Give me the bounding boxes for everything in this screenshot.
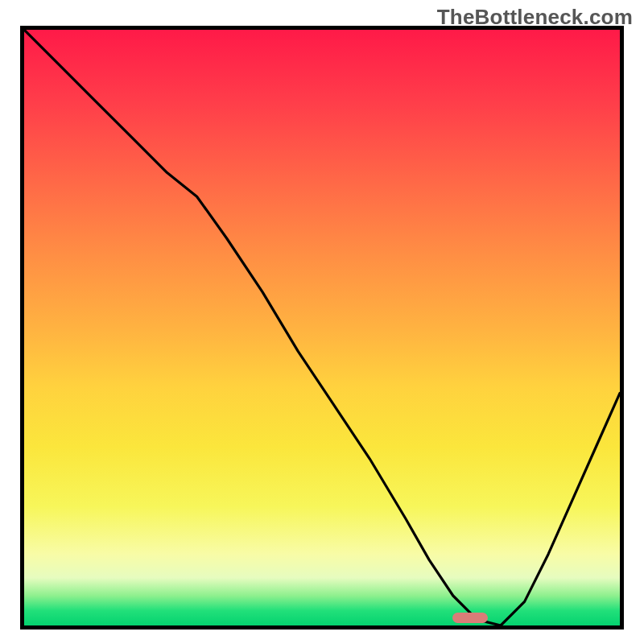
- chart-container: TheBottleneck.com: [0, 0, 644, 644]
- valley-marker: [452, 613, 488, 623]
- bottleneck-curve: [24, 30, 620, 625]
- plot-area: [20, 26, 624, 630]
